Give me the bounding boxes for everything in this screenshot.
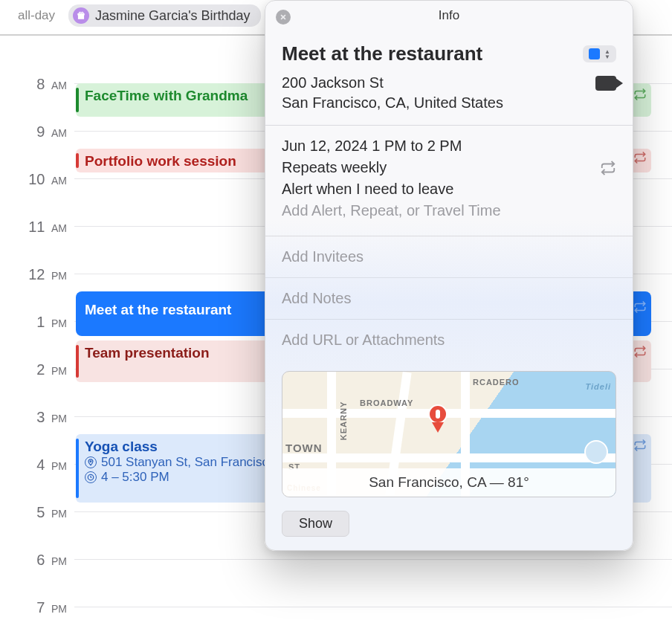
event-yoga-time: 4 – 5:30 PM <box>101 470 169 485</box>
close-button[interactable] <box>276 10 291 25</box>
event-portfolio-title: Portfolio work session <box>85 153 236 169</box>
title-section: Meet at the restaurant ▲▼ 200 Jackson St… <box>265 28 633 126</box>
add-alert-repeat-travel[interactable]: Add Alert, Repeat, or Travel Time <box>282 202 616 219</box>
repeat-icon <box>600 160 616 176</box>
map-pin-icon <box>428 404 448 434</box>
gift-icon <box>73 7 89 24</box>
map-section: BROADWAY KEARNY RCADERO TOWN Tideli ST C… <box>265 361 633 502</box>
hour-label: 7 PM <box>0 599 67 616</box>
hour-label: 3 PM <box>0 409 67 426</box>
event-title[interactable]: Meet at the restaurant <box>282 42 482 65</box>
location-pin-icon <box>85 456 97 468</box>
calendar-picker[interactable]: ▲▼ <box>583 45 616 62</box>
event-team-title: Team presentation <box>85 345 210 361</box>
hour-label: 1 PM <box>0 314 67 331</box>
street-label: BROADWAY <box>360 398 413 407</box>
event-facetime-title: FaceTime with Grandma <box>85 88 248 103</box>
video-call-button[interactable] <box>595 73 616 113</box>
hour-label: 10 AM <box>0 171 67 188</box>
repeat-icon <box>633 345 647 358</box>
chevron-updown-icon: ▲▼ <box>604 49 610 59</box>
address-line-1: 200 Jackson St <box>282 73 503 93</box>
svg-point-0 <box>90 461 91 462</box>
hour-label: 12 PM <box>0 266 67 283</box>
hour-label: 4 PM <box>0 456 67 474</box>
hour-label: 9 AM <box>0 123 67 141</box>
street-label: KEARNY <box>339 401 348 440</box>
popover-header: Info <box>265 1 633 28</box>
map-location-weather: San Francisco, CA — 81° <box>369 474 529 491</box>
address-line-2: San Francisco, CA, United States <box>282 93 503 113</box>
street-label: RCADERO <box>473 378 520 387</box>
hour-slot: 7 PM <box>0 607 672 620</box>
notes-section[interactable]: Add Notes <box>265 278 633 320</box>
url-section[interactable]: Add URL or Attachments <box>265 320 633 361</box>
event-alert[interactable]: Alert when I need to leave <box>282 181 616 198</box>
hour-label: 11 AM <box>0 219 67 236</box>
event-restaurant-title: Meet at the restaurant <box>85 302 231 317</box>
event-address[interactable]: 200 Jackson St San Francisco, CA, United… <box>282 73 503 113</box>
hour-slot: 6 PM <box>0 559 672 607</box>
datetime-section: Jun 12, 2024 1 PM to 2 PM Repeats weekly… <box>265 126 633 236</box>
repeat-icon <box>633 88 647 101</box>
popover-header-title: Info <box>439 8 459 22</box>
street-label: TOWN <box>285 442 323 454</box>
hour-label: 5 PM <box>0 504 67 521</box>
hour-label: 6 PM <box>0 552 67 569</box>
event-datetime[interactable]: Jun 12, 2024 1 PM to 2 PM <box>282 138 616 155</box>
repeat-icon <box>633 151 647 164</box>
clock-icon <box>85 471 97 483</box>
event-info-popover: Info Meet at the restaurant ▲▼ 200 Jacks… <box>265 0 633 551</box>
hour-label: 2 PM <box>0 361 67 378</box>
hour-divider <box>74 607 672 607</box>
birthday-event[interactable]: Jasmine Garcia's Birthday <box>68 4 261 27</box>
add-url-placeholder: Add URL or Attachments <box>282 332 445 348</box>
event-yoga-location: 501 Stanyan St, San Francisco <box>101 455 275 470</box>
add-notes-placeholder: Add Notes <box>282 290 351 306</box>
map-weather-footer: San Francisco, CA — 81° <box>282 468 616 497</box>
repeat-icon <box>633 439 647 452</box>
hour-divider <box>74 559 672 560</box>
event-repeat-label: Repeats weekly <box>282 159 387 176</box>
invitees-section[interactable]: Add Invitees <box>265 236 633 278</box>
hour-label: 8 AM <box>0 76 67 93</box>
all-day-label: all-day <box>18 8 55 23</box>
event-repeat-row[interactable]: Repeats weekly <box>282 159 616 176</box>
street-label: Tideli <box>585 382 611 391</box>
repeat-icon <box>633 300 647 314</box>
compass-icon <box>584 440 608 464</box>
show-button[interactable]: Show <box>282 511 349 537</box>
calendar-color-dot <box>589 48 600 59</box>
map-preview[interactable]: BROADWAY KEARNY RCADERO TOWN Tideli ST C… <box>282 371 616 497</box>
birthday-event-label: Jasmine Garcia's Birthday <box>95 8 251 24</box>
add-invitees-placeholder: Add Invitees <box>282 248 364 265</box>
video-icon <box>595 76 616 91</box>
popover-footer: Show <box>265 502 633 550</box>
